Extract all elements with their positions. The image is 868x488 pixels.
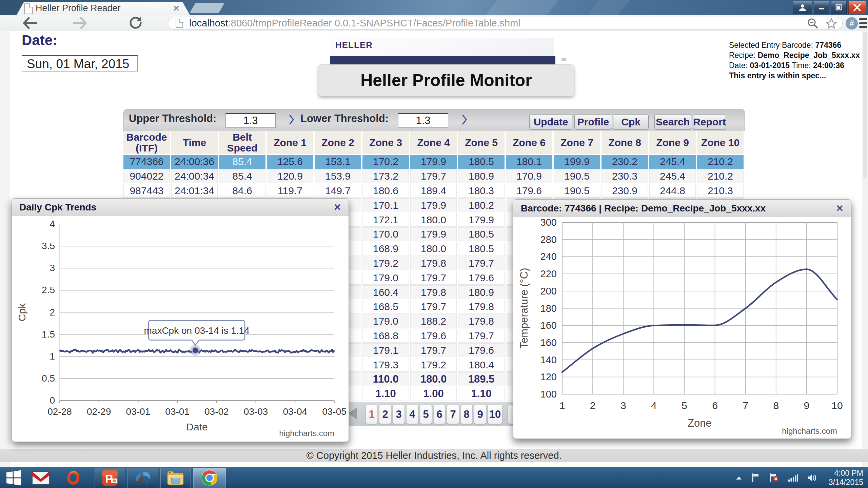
volume-icon[interactable] — [807, 473, 818, 483]
table-cell: 168.5 — [362, 300, 409, 314]
action-center-alert-icon[interactable] — [769, 473, 779, 483]
date-value: Sun, 01 Mar, 2015 — [27, 57, 129, 71]
table-cell: 210.3 — [697, 184, 744, 198]
table-cell: 153.9 — [315, 169, 361, 183]
series-marker[interactable] — [192, 347, 198, 353]
page-button-6[interactable]: 6 — [433, 405, 446, 424]
lower-threshold-caret-icon[interactable] — [462, 114, 467, 127]
y-tick-label: 160 — [540, 320, 557, 331]
table-row[interactable]: 77436624:00:3685.4125.6153.1170.2179.918… — [123, 155, 745, 169]
copyright-text: © Copyright 2015 Heller Industries, Inc.… — [306, 450, 561, 461]
search-button[interactable]: Search — [654, 114, 691, 129]
page-button-5[interactable]: 5 — [420, 405, 432, 424]
cpk-trends-chart: 43.532.521.510.5002-2802-2903-0103-0103-… — [12, 216, 349, 442]
page-button-2[interactable]: 2 — [379, 405, 391, 424]
action-center-flag-icon[interactable] — [751, 473, 760, 483]
window-maximize-button[interactable] — [831, 1, 847, 14]
extension-badge-icon[interactable]: # — [846, 17, 858, 29]
new-tab-button[interactable] — [190, 3, 224, 13]
table-cell: 179.7 — [410, 343, 457, 357]
profile-button[interactable]: Profile — [574, 114, 612, 129]
page-button-10[interactable]: 10 — [488, 405, 502, 424]
browser-tab[interactable]: Heller Profile Reader ✕ — [17, 2, 190, 15]
y-tick-label: 0 — [50, 395, 55, 406]
browser-menu-button[interactable] — [859, 18, 867, 28]
report-button[interactable]: Report — [693, 114, 726, 129]
zoom-out-icon[interactable] — [807, 18, 818, 29]
network-signal-icon[interactable] — [788, 473, 798, 482]
tray-expand-icon[interactable] — [735, 475, 743, 481]
pagination-prev-icon[interactable] — [348, 408, 357, 419]
page-button-3[interactable]: 3 — [393, 405, 405, 424]
page-button-7[interactable]: 7 — [447, 405, 459, 424]
table-cell: 179.8 — [458, 314, 505, 328]
table-row[interactable]: 90402224:00:3485.4120.9153.9173.2179.718… — [123, 169, 745, 183]
powerpoint-app-button[interactable]: P — [95, 468, 125, 488]
wallpaper-streak — [486, 0, 558, 15]
table-cell: 987443 — [123, 184, 170, 198]
table-cell: 1.10 — [362, 387, 409, 401]
column-header: Zone 4 — [410, 131, 457, 154]
window-close-button[interactable] — [848, 1, 866, 14]
window-minimize-button[interactable] — [814, 1, 829, 14]
office-app-button[interactable] — [62, 468, 84, 488]
table-cell: 119.7 — [267, 184, 313, 198]
address-bar[interactable]: localhost:8060/tmpProfileReader 0.0.1-SN… — [168, 17, 843, 29]
chrome-app-button[interactable] — [193, 468, 226, 488]
temperature-series-line — [562, 269, 837, 372]
menu-bar-line — [859, 26, 867, 28]
table-cell: 179.8 — [410, 285, 457, 299]
powerpoint-icon: P — [101, 469, 119, 487]
cpk-popup-close-icon[interactable]: ✕ — [333, 202, 341, 213]
page-button-1[interactable]: 1 — [366, 405, 378, 424]
table-cell: 180.1 — [506, 155, 552, 169]
bookmark-star-icon[interactable] — [825, 17, 837, 29]
table-row[interactable]: 98744324:01:3484.6119.7149.7180.6189.418… — [123, 184, 745, 198]
page-scrollbar[interactable] — [862, 31, 868, 467]
table-cell: 85.4 — [219, 169, 265, 183]
profile-popup-titlebar[interactable]: Barcode: 774366 | Recipe: Demo_Recipe_Jo… — [513, 200, 851, 217]
y-tick-label: 240 — [540, 251, 557, 262]
table-cell: 179.1 — [362, 343, 409, 357]
highcharts-credit[interactable]: highcharts.com — [279, 429, 334, 438]
page-button-9[interactable]: 9 — [474, 405, 486, 424]
taskbar-clock[interactable]: 4:00 PM 3/14/2015 — [829, 469, 863, 487]
date-label: Date: — [22, 32, 57, 48]
tab-close-icon[interactable]: ✕ — [173, 4, 180, 13]
start-button[interactable] — [3, 468, 24, 488]
date-input[interactable]: Sun, 01 Mar, 2015 — [22, 55, 138, 72]
mail-app-button[interactable] — [30, 468, 52, 488]
highcharts-credit[interactable]: highcharts.com — [782, 426, 837, 435]
table-cell: 179.9 — [410, 227, 457, 241]
table-cell: 180.6 — [362, 184, 409, 198]
page-button-4[interactable]: 4 — [406, 405, 418, 424]
profile-avatar-button[interactable] — [793, 1, 812, 14]
y-axis-title: Temperature (°C) — [518, 268, 530, 348]
temperature-profile-chart: 3002802402202001801601601401201001234567… — [513, 217, 851, 439]
back-button[interactable] — [21, 16, 39, 30]
y-tick-label: 1 — [50, 351, 55, 362]
file-explorer-button[interactable] — [160, 468, 191, 488]
media-app-button[interactable] — [127, 468, 158, 488]
reload-button[interactable] — [127, 16, 144, 30]
page-left-margin — [0, 31, 10, 467]
profile-popup-close-icon[interactable]: ✕ — [836, 203, 844, 214]
lower-threshold-input[interactable]: 1.3 — [398, 113, 448, 128]
y-tick-label: 300 — [540, 217, 557, 228]
table-cell: 84.6 — [219, 184, 265, 198]
table-cell: 179.6 — [506, 184, 552, 198]
cpk-popup-titlebar[interactable]: Daily Cpk Trends ✕ — [12, 199, 349, 216]
y-tick-label: 160 — [540, 337, 557, 348]
update-button[interactable]: Update — [529, 114, 572, 129]
table-cell: 180.3 — [458, 184, 505, 198]
x-axis-title: Date — [186, 421, 208, 432]
forward-button[interactable] — [71, 16, 89, 30]
table-cell: 180.0 — [410, 213, 457, 227]
media-app-icon — [134, 469, 152, 487]
x-tick-label: 03-03 — [244, 406, 268, 417]
info-line: Recipe: Demo_Recipe_Job_5xxx.xx — [729, 50, 868, 60]
page-button-8[interactable]: 8 — [460, 405, 473, 424]
upper-threshold-input[interactable]: 1.3 — [225, 113, 276, 128]
upper-threshold-caret-icon[interactable] — [289, 114, 294, 127]
cpk-button[interactable]: Cpk — [613, 114, 649, 129]
